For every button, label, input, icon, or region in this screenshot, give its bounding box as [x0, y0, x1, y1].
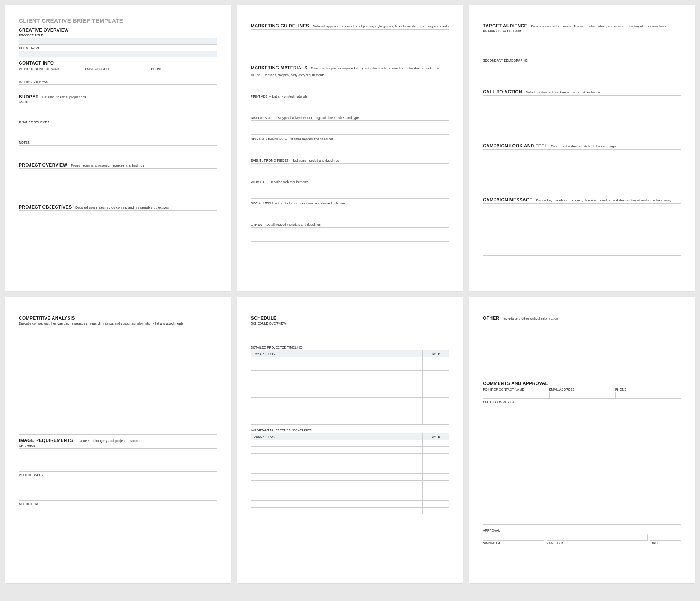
input-multimedia[interactable]: [19, 507, 217, 530]
label-budget: BUDGET: [19, 94, 38, 99]
input-event[interactable]: [251, 163, 449, 177]
table-row[interactable]: [251, 501, 449, 508]
input-copy[interactable]: [251, 78, 449, 92]
input-signage[interactable]: [251, 142, 449, 156]
input-schedule-overview[interactable]: [251, 326, 449, 344]
table-row[interactable]: [251, 391, 449, 398]
desc-signage: – List items needed and deadlines: [285, 137, 333, 141]
row-copy: COPY – Taglines, slogans, body copy requ…: [251, 73, 449, 77]
section-contact-info: CONTACT INFO: [19, 60, 217, 66]
input-finance-sources[interactable]: [19, 125, 217, 139]
table-row[interactable]: [251, 418, 449, 425]
input-graphics[interactable]: [19, 448, 217, 472]
document-grid: CLIENT CREATIVE BRIEF TEMPLATE CREATIVE …: [5, 5, 695, 583]
input-poc-name[interactable]: [19, 72, 85, 78]
input-client-name[interactable]: [19, 51, 217, 57]
table-row[interactable]: [251, 398, 449, 404]
th-desc: DESCRIPTION: [251, 350, 423, 357]
label-name-title: NAME AND TITLE: [546, 541, 648, 545]
desc-marketing-materials: Describe the pieces required along with …: [311, 66, 439, 70]
input-phone-2[interactable]: [615, 392, 681, 399]
table-row[interactable]: [251, 404, 449, 411]
table-row[interactable]: [251, 364, 449, 371]
input-name-title[interactable]: [547, 534, 648, 541]
label-photography: PHOTOGRAPHY: [19, 473, 217, 477]
section-marketing-materials: MARKETING MATERIALS Describe the pieces …: [251, 65, 449, 71]
input-poc-name-2[interactable]: [483, 392, 549, 399]
label-client-name: CLIENT NAME: [19, 46, 217, 50]
input-project-title[interactable]: [19, 38, 217, 45]
section-project-overview: PROJECT OVERVIEW Project summary, resear…: [19, 162, 217, 168]
table-row[interactable]: [251, 481, 449, 487]
label-signature: SIGNATURE: [483, 541, 544, 545]
page-6: OTHER Include any other critical informa…: [469, 297, 695, 583]
input-phone[interactable]: [151, 72, 217, 78]
table-row[interactable]: [251, 447, 449, 454]
desc-marketing-guidelines: Detailed approval process for all pieces…: [313, 24, 449, 28]
table-row[interactable]: [251, 377, 449, 384]
row-other: OTHER – Detail needed materials and dead…: [251, 222, 449, 227]
input-project-overview[interactable]: [19, 168, 217, 201]
input-other[interactable]: [251, 227, 449, 242]
label-approval: APPROVAL: [483, 529, 681, 532]
table-row[interactable]: [251, 454, 449, 460]
input-project-objectives[interactable]: [19, 210, 217, 243]
input-print-ads[interactable]: [251, 99, 449, 113]
label-poc-name: POINT OF CONTACT NAME: [19, 67, 85, 71]
table-row[interactable]: [251, 384, 449, 391]
section-project-objectives: PROJECT OBJECTIVES Detailed goals, desir…: [19, 204, 217, 210]
label-notes: NOTES: [19, 141, 217, 144]
input-competitive[interactable]: [19, 326, 217, 435]
section-target-audience: TARGET AUDIENCE Describe desired audienc…: [483, 23, 681, 29]
input-look[interactable]: [483, 149, 681, 194]
table-row[interactable]: [251, 440, 449, 447]
label-phone-2: PHONE: [615, 388, 681, 391]
input-cta[interactable]: [483, 95, 681, 140]
desc-website: – Describe web requirements: [267, 180, 309, 184]
table-row[interactable]: [251, 411, 449, 418]
label-other: OTHER: [251, 223, 262, 227]
input-social[interactable]: [251, 206, 449, 220]
table-row[interactable]: [251, 460, 449, 467]
input-email[interactable]: [85, 72, 151, 78]
table-row[interactable]: [251, 467, 449, 474]
table-row[interactable]: [251, 357, 449, 364]
label-image-reqs: IMAGE REQUIREMENTS: [19, 438, 73, 443]
label-secondary-demo: SECONDARY DEMOGRAPHIC: [483, 59, 681, 62]
doc-title: CLIENT CREATIVE BRIEF TEMPLATE: [19, 17, 217, 24]
input-message[interactable]: [483, 203, 681, 256]
table-row[interactable]: [251, 494, 449, 501]
input-other-info[interactable]: [483, 322, 681, 374]
input-primary-demo[interactable]: [483, 34, 681, 57]
input-mailing-address[interactable]: [19, 84, 217, 91]
input-display-ads[interactable]: [251, 120, 449, 135]
table-row[interactable]: [251, 474, 449, 481]
table-row[interactable]: [251, 487, 449, 494]
label-print-ads: PRINT ADS: [251, 95, 268, 98]
desc-competitive: Describe competitors, their campaign mes…: [19, 322, 217, 325]
section-marketing-guidelines: MARKETING GUIDELINES Detailed approval p…: [251, 23, 449, 29]
desc-other: – Detail needed materials and deadlines: [264, 223, 321, 227]
input-website[interactable]: [251, 185, 449, 199]
input-date[interactable]: [650, 534, 681, 541]
input-amount[interactable]: [19, 105, 217, 119]
table-timeline: DESCRIPTION DATE: [251, 350, 449, 425]
table-row[interactable]: [251, 508, 449, 514]
row-print-ads: PRINT ADS – List any printed materials: [251, 94, 449, 98]
page-3: TARGET AUDIENCE Describe desired audienc…: [469, 5, 695, 291]
label-cta: CALL TO ACTION: [483, 89, 522, 95]
input-notes[interactable]: [19, 145, 217, 159]
input-marketing-guidelines[interactable]: [251, 29, 449, 62]
desc-project-overview: Project summary, research sources and fi…: [71, 164, 144, 167]
table-row[interactable]: [251, 371, 449, 377]
input-signature[interactable]: [483, 534, 544, 541]
label-display-ads: DISPLAY ADS: [251, 116, 272, 120]
label-email-2: EMAIL ADDRESS: [549, 388, 615, 391]
input-secondary-demo[interactable]: [483, 63, 681, 86]
label-project-title: PROJECT TITLE: [19, 33, 217, 37]
row-event: EVENT / PROMO PIECES – List items needed…: [251, 158, 449, 162]
input-client-comments[interactable]: [483, 405, 681, 525]
input-photography[interactable]: [19, 478, 217, 501]
input-email-2[interactable]: [549, 392, 615, 399]
row-display-ads: DISPLAY ADS – List type of advertisement…: [251, 116, 449, 120]
